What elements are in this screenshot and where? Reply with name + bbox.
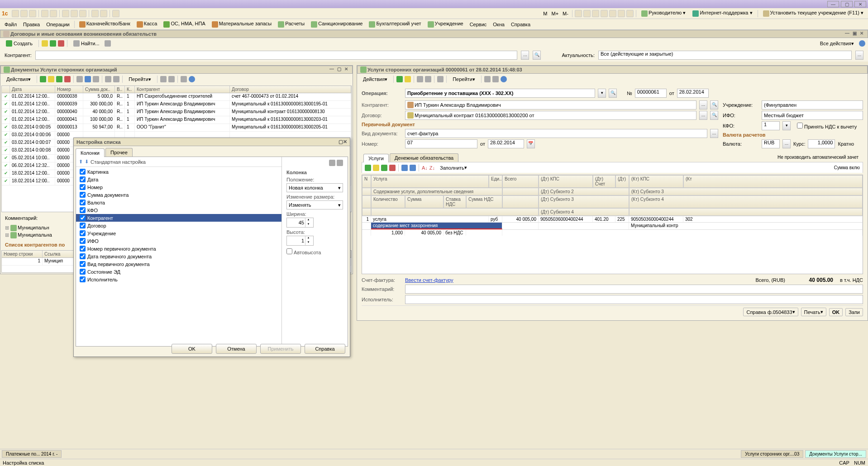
section-cash[interactable]: Касса	[134, 20, 160, 28]
det-save-icon[interactable]	[405, 76, 411, 82]
ctr-input[interactable]: ИП Туркин Александр Владимирович	[405, 100, 696, 109]
doc-reload-icon[interactable]	[181, 76, 187, 82]
doc-hier-icon[interactable]	[160, 76, 167, 82]
copy-icon[interactable]	[71, 10, 78, 17]
delete-icon[interactable]	[58, 40, 64, 47]
relevance-pick-button[interactable]: …	[855, 51, 863, 60]
nds-accept-checkbox[interactable]	[797, 123, 803, 128]
preview-icon[interactable]	[50, 10, 57, 17]
ico4[interactable]	[601, 10, 608, 17]
wintab-services[interactable]: Услуги сторонних орг....03	[741, 450, 803, 458]
dlg-help-button[interactable]: Справка	[305, 344, 345, 354]
cut-icon[interactable]	[62, 10, 69, 17]
relevance-select[interactable]: Все (действующие и закрытые)	[598, 51, 852, 60]
print-icon[interactable]	[41, 10, 48, 17]
save-icon[interactable]	[29, 10, 36, 17]
clear-contragent-button[interactable]: …	[521, 51, 529, 60]
tree-item[interactable]: Муниципальн	[18, 225, 49, 230]
column-checkbox-item[interactable]: Сумма документа	[76, 191, 281, 199]
dlg-ok-button[interactable]: OK	[172, 344, 212, 354]
wintab-documents[interactable]: Документы Услуги стор...	[805, 450, 866, 458]
section-service[interactable]: Сервис	[467, 21, 490, 28]
executor-input[interactable]	[405, 295, 863, 304]
column-checkbox-item[interactable]: Дата	[76, 176, 281, 183]
prim-num-input[interactable]: 07	[405, 139, 477, 148]
ref-button[interactable]: Справка ф.0504833 ▾	[743, 308, 798, 316]
section-windows[interactable]: Окна	[490, 21, 507, 28]
column-checkbox-item[interactable]: Картинка	[76, 168, 281, 176]
down-icon[interactable]: ⬇	[85, 159, 89, 165]
svc-up-icon[interactable]	[401, 165, 408, 171]
ico3[interactable]	[592, 10, 599, 17]
print-button[interactable]: Печать ▾	[801, 308, 826, 316]
table-row[interactable]: ✔03.02.2014 0:00:050000001350 947,00R..1…	[2, 124, 351, 132]
section-accounting[interactable]: Бухгалтерский учет	[366, 20, 424, 28]
std-setup-link[interactable]: Стандартная настройка	[91, 159, 146, 165]
services-grid[interactable]: N Услуга Еди.. Всего (Дт) КПС (Дт) Счет …	[362, 175, 863, 274]
table-row[interactable]: ✔01.02.2014 12:00..000000385 000,0R..1НП…	[2, 93, 351, 101]
det-help-icon[interactable]	[501, 76, 507, 82]
column-checkbox-item[interactable]: Контрагент	[76, 214, 281, 222]
svc-edit-icon[interactable]	[381, 165, 387, 171]
sort-z-icon[interactable]: Z↓	[429, 165, 435, 171]
help-icon[interactable]	[859, 40, 865, 47]
section-materials[interactable]: Материальные запасы	[209, 20, 275, 28]
find-button[interactable]: Найти...	[70, 39, 103, 48]
column-checkbox-item[interactable]: Номер	[76, 183, 281, 191]
rate-input[interactable]: 1,0000	[808, 139, 835, 148]
table-row[interactable]: ✔01.02.2014 12:00..00000039300 000,00R..…	[2, 101, 351, 109]
table-row[interactable]: ✔01.02.2014 12:00..00000041100 000,00R..…	[2, 116, 351, 124]
tab-columns[interactable]: Колонки	[76, 148, 105, 157]
det-print-icon[interactable]	[417, 76, 423, 82]
fill-button[interactable]: Заполнить ▾	[437, 163, 470, 172]
max-icon[interactable]: ▣	[851, 31, 858, 37]
svc-down-icon[interactable]	[410, 165, 416, 171]
menu-edit[interactable]: Правка	[20, 21, 43, 28]
autoheight-checkbox[interactable]	[286, 248, 292, 254]
close-icon[interactable]: ✕	[858, 31, 865, 37]
detail-comment-input[interactable]	[405, 285, 863, 294]
docwin-close-icon[interactable]: ✕	[343, 67, 349, 73]
del-col-icon[interactable]	[337, 160, 343, 166]
column-checkbox-item[interactable]: Валюта	[76, 199, 281, 206]
ok-button[interactable]: OK	[829, 308, 843, 316]
det-list-icon[interactable]	[492, 76, 499, 82]
doc-help-icon[interactable]	[189, 76, 195, 82]
menu-ops[interactable]: Операции	[43, 21, 72, 28]
tab-other[interactable]: Прочее	[105, 148, 133, 157]
sort-a-icon[interactable]: A↓	[422, 165, 428, 171]
wintab-payments[interactable]: Платежные по... 2014 г. -	[2, 450, 62, 458]
minimize-button[interactable]: —	[827, 1, 839, 7]
menu-file[interactable]: Файл	[2, 21, 19, 28]
column-checkbox-item[interactable]: КФО	[76, 206, 281, 214]
mark-icon[interactable]	[50, 40, 56, 47]
doc-del-icon[interactable]	[64, 76, 71, 82]
column-checkbox-item[interactable]: Дата первичного документа	[76, 252, 281, 260]
ifo-input[interactable]: Местный бюджет	[762, 111, 863, 120]
create-button[interactable]: Создать	[3, 39, 36, 48]
add-col-icon[interactable]	[329, 160, 335, 166]
section-help[interactable]: Справка	[508, 21, 533, 28]
contragent-input[interactable]	[35, 51, 517, 60]
doctype-input[interactable]: счет-фактура	[405, 129, 707, 138]
column-checkbox-item[interactable]: ИФО	[76, 237, 281, 245]
new-icon[interactable]	[12, 10, 19, 17]
height-spinner[interactable]: ▲▼	[286, 236, 314, 246]
column-checkbox-item[interactable]: Учреждение	[76, 229, 281, 237]
doc-date-input[interactable]: 28.02.2014	[677, 89, 709, 98]
section-os[interactable]: ОС, НМА, НПА	[161, 20, 208, 28]
dlg-apply-button[interactable]: Применить	[260, 344, 301, 354]
tab-services[interactable]: Услуги	[363, 154, 389, 162]
service-description-cell[interactable]: содержание мест захоронения	[371, 223, 502, 229]
doc-list2-icon[interactable]	[168, 76, 175, 82]
enter-invoice-link[interactable]: Ввести счет-фактуру	[405, 277, 453, 283]
min-icon[interactable]: —	[844, 31, 850, 37]
dlg-close-icon[interactable]: ✕	[343, 139, 347, 145]
section-calc[interactable]: Расчеты	[275, 20, 307, 28]
doc-copy-icon[interactable]	[48, 76, 54, 82]
column-checkbox-item[interactable]: Исполнитель	[76, 276, 281, 283]
calendar-icon[interactable]: 📅	[527, 139, 535, 148]
section-institution[interactable]: Учреждение	[425, 20, 466, 28]
all-actions-button[interactable]: Все действия ▾	[817, 39, 857, 48]
ico7[interactable]	[626, 10, 634, 17]
